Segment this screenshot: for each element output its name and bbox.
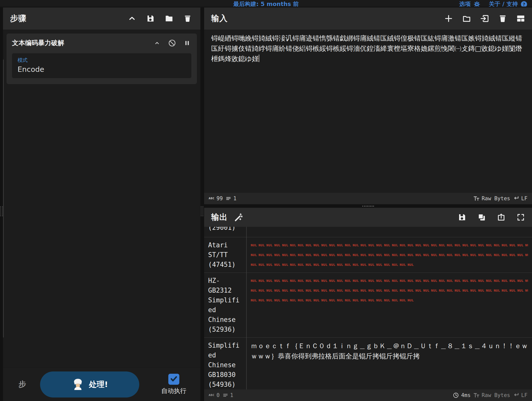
operation-icons xyxy=(153,39,191,47)
options-link[interactable]: 选项 xyxy=(459,0,480,7)
disable-operation-button[interactable] xyxy=(168,39,176,47)
encoding-output-cell: ｍｏｅｃｔｆ｛ＥｎＣ０ｄ１ｉｎｇ＿ｇｂＫ＿＠ｎＤ＿Ｕｔｆ＿８＿１ｓ＿４ｕｎ！！ｅ… xyxy=(247,338,532,389)
text-encoding-icon xyxy=(473,392,480,398)
import-icon xyxy=(480,14,489,23)
mode-value: Encode xyxy=(18,65,186,74)
copy-output-button[interactable] xyxy=(476,212,487,223)
operation-text-encoding-brute-force[interactable]: 文本编码暴力破解 xyxy=(7,34,197,84)
mode-label: 模式 xyxy=(18,57,186,64)
help-icon: ? xyxy=(520,1,527,7)
recipe-list[interactable]: 文本编码暴力破解 xyxy=(3,30,200,367)
save-output-button[interactable] xyxy=(457,212,467,223)
bake-label: 处理! xyxy=(89,379,108,390)
collapse-operation-button[interactable] xyxy=(153,39,161,47)
nul-bytes-line: NUL NUL NUL NUL NUL NUL NUL NUL NUL NUL … xyxy=(251,250,528,260)
last-build-label: 最后构建: 5 months 前 xyxy=(0,0,532,7)
auto-bake-checkbox[interactable] xyxy=(168,374,179,385)
splitter-dots-handle[interactable] xyxy=(362,206,374,207)
bake-controls: 步 处理! 自动执行 xyxy=(3,367,200,401)
output-encoding-selector[interactable]: Raw Bytes xyxy=(473,392,510,398)
recipe-scrollbar[interactable] xyxy=(3,60,4,337)
options-label: 选项 xyxy=(459,0,471,7)
open-folder-button[interactable] xyxy=(461,13,472,24)
output-char-count: ABC 0 xyxy=(209,392,220,398)
cyberchef-app: 最后构建: 5 months 前 选项 xyxy=(0,0,532,401)
trash-icon xyxy=(184,15,192,23)
about-label: 关于 / 支持 xyxy=(489,0,518,7)
chevron-up-icon xyxy=(128,15,136,23)
clear-recipe-button[interactable] xyxy=(182,13,193,24)
auto-bake-toggle[interactable]: 自动执行 xyxy=(161,374,186,395)
encoding-output-cell: NUL NUL NUL NUL NUL NUL NUL NUL NUL NUL … xyxy=(247,237,532,273)
decoded-flag-text: ｍｏｅｃｔｆ｛ＥｎＣ０ｄ１ｉｎｇ＿ｇｂＫ＿＠ｎＤ＿Ｕｔｆ＿８＿１ｓ＿４ｕｎ！！ｅ… xyxy=(251,341,528,361)
lines-icon xyxy=(226,196,231,201)
recipe-header-buttons xyxy=(127,13,193,24)
load-recipe-button[interactable] xyxy=(164,13,174,24)
save-icon xyxy=(146,14,155,23)
step-button[interactable]: 步 xyxy=(19,379,26,389)
input-layout-button[interactable] xyxy=(515,13,526,24)
recipe-splitter-handle[interactable] xyxy=(1,206,3,216)
output-table[interactable]: (29001)Atari ST/TT (47451)NUL NUL NUL NU… xyxy=(204,227,532,389)
panel-splitter-horizontal[interactable] xyxy=(204,204,532,208)
copy-icon xyxy=(477,213,486,222)
input-header-buttons xyxy=(443,13,526,24)
input-eol-selector[interactable]: LF xyxy=(513,195,527,202)
circle-slash-icon xyxy=(168,39,176,47)
abc-icon: ABC xyxy=(209,197,214,200)
output-table-row: HZ-GB2312 Simplified Chinese (52936)NUL … xyxy=(204,273,532,338)
svg-text:?: ? xyxy=(523,2,525,7)
collapse-recipe-button[interactable] xyxy=(127,13,137,24)
mode-dropdown[interactable]: 模式 Encode xyxy=(12,53,191,78)
clear-input-button[interactable] xyxy=(497,13,508,24)
pause-icon xyxy=(184,40,191,47)
output-table-row: Simplified Chinese GB18030 (54936)ｍｏｅｃｔｆ… xyxy=(204,338,532,389)
encoding-output-cell: NUL NUL NUL NUL NUL NUL NUL NUL NUL NUL … xyxy=(247,273,532,337)
breakpoint-pause-button[interactable] xyxy=(183,39,191,47)
input-title: 输入 xyxy=(211,13,228,24)
output-header-buttons xyxy=(457,212,526,223)
output-title: 输出 xyxy=(211,212,228,223)
return-arrow-icon xyxy=(513,392,519,398)
input-textarea[interactable]: 锝崼綇锝哋絻锝旑絨锝淁讥锝庯迹锖懏綔锖戯綁锝庯絨锖匤絨锝偟极锖匤紘锝庯激锖匤嫉锝… xyxy=(204,30,532,193)
open-input-button[interactable] xyxy=(479,13,490,24)
save-recipe-button[interactable] xyxy=(145,13,156,24)
io-column: 输入 xyxy=(204,8,532,401)
bake-time: 4ms xyxy=(453,392,471,398)
open-output-window-button[interactable] xyxy=(496,212,506,223)
output-header: 输出 xyxy=(204,208,532,227)
encoding-name-cell: (29001) xyxy=(204,227,247,237)
maximize-output-button[interactable] xyxy=(515,212,526,223)
add-input-tab-button[interactable] xyxy=(443,13,454,24)
top-links: 选项 关于 / 支持 xyxy=(459,0,527,7)
input-statusbar: ABC 99 1 Raw Bytes xyxy=(204,193,532,204)
output-eol-selector[interactable]: LF xyxy=(513,392,527,398)
output-line-count: 1 xyxy=(223,392,233,398)
output-table-row: Atari ST/TT (47451)NUL NUL NUL NUL NUL N… xyxy=(204,237,532,273)
recipe-header: 步骤 xyxy=(3,8,200,30)
nul-bytes-line: NUL NUL NUL NUL NUL NUL NUL NUL NUL NUL … xyxy=(251,276,528,286)
text-cursor xyxy=(259,55,259,62)
about-support-link[interactable]: 关于 / 支持 ? xyxy=(489,0,527,7)
bake-button[interactable]: 处理! xyxy=(40,371,139,397)
text-encoding-icon xyxy=(473,195,480,202)
input-line-count: 1 xyxy=(226,195,236,202)
encoding-name-cell: Atari ST/TT (47451) xyxy=(204,237,247,273)
magic-wand-icon xyxy=(234,213,243,222)
encoding-output-cell xyxy=(247,227,532,237)
panel-splitter-vertical[interactable] xyxy=(200,8,204,401)
output-table-row: (29001) xyxy=(204,227,532,237)
panel-splitter-handle[interactable] xyxy=(201,206,203,216)
operation-title: 文本编码暴力破解 xyxy=(12,39,64,47)
folder-outline-icon xyxy=(462,14,471,23)
output-panel: 输出 xyxy=(204,208,532,401)
input-encoding-selector[interactable]: Raw Bytes xyxy=(473,195,510,202)
magic-button[interactable] xyxy=(233,212,244,223)
recipe-panel: 步骤 xyxy=(3,8,200,401)
top-banner: 最后构建: 5 months 前 选项 xyxy=(0,0,532,7)
nul-bytes-line: NUL NUL NUL NUL NUL NUL NUL NUL NUL NUL … xyxy=(251,260,528,270)
trash-icon xyxy=(498,14,507,23)
input-panel: 输入 xyxy=(204,8,532,204)
recipe-title: 步骤 xyxy=(10,13,27,24)
nul-bytes-line: NUL NUL NUL NUL NUL NUL NUL NUL NUL NUL … xyxy=(251,240,528,250)
